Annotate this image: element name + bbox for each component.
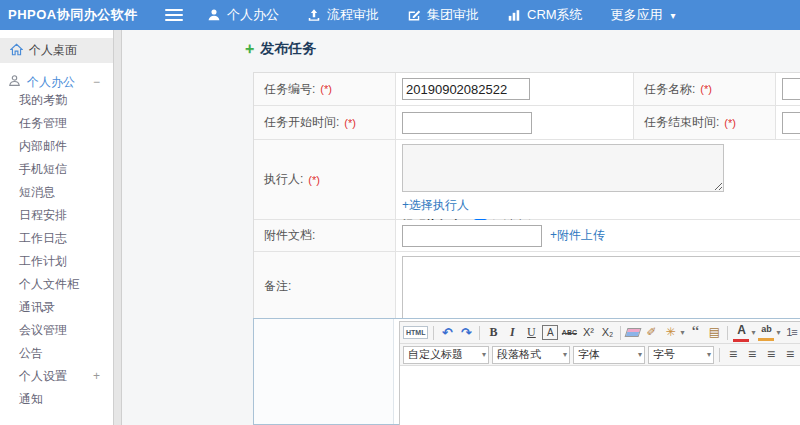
align-right-icon[interactable]: ≡: [763, 346, 779, 363]
expand-icon[interactable]: +: [93, 365, 100, 388]
form-row-attachment: 附件文档: +附件上传: [254, 219, 800, 251]
task-content-editor-cell: HTML ↶ ↷ B I U A ABC X² X₂ ✐ ✳▾ “ ▤ A▾: [394, 319, 800, 424]
caret-down-icon: ▾: [671, 10, 676, 21]
sidebar-item-announcement[interactable]: 公告: [0, 342, 113, 365]
bold-icon[interactable]: B: [485, 324, 501, 341]
nav-more-apps[interactable]: 更多应用 ▾: [611, 6, 676, 24]
topbar: PHPOA协同办公软件 个人办公 流程审批 集团审批 CRM系统 更多应用 ▾: [0, 0, 800, 30]
required-mark: (*): [700, 83, 712, 95]
nav-personal-office[interactable]: 个人办公: [207, 6, 279, 24]
remark-label: 备注:: [254, 252, 396, 321]
sidebar-item-internal-mail[interactable]: 内部邮件: [0, 135, 113, 158]
executor-field-cell: +选择执行人 提醒执行人: 短消息提示: [396, 140, 800, 219]
sidebar-item-meeting-management[interactable]: 会议管理: [0, 319, 113, 342]
task-number-label: 任务编号: (*): [254, 73, 396, 105]
main-nav: 个人办公 流程审批 集团审批 CRM系统 更多应用 ▾: [207, 0, 676, 30]
attachment-upload-link[interactable]: +附件上传: [550, 227, 605, 244]
person-icon: [8, 74, 21, 90]
sidebar-item-label: 个人桌面: [29, 42, 77, 59]
blockquote-icon[interactable]: “: [687, 327, 703, 339]
toolbar-separator: [620, 326, 621, 340]
sidebar-item-attendance[interactable]: 我的考勤: [0, 89, 113, 112]
sidebar-item-contacts[interactable]: 通讯录: [0, 296, 113, 319]
caret-down-icon: ▾: [563, 350, 567, 359]
ordered-list-icon[interactable]: 1≡: [784, 324, 800, 341]
nav-crm-system[interactable]: CRM系统: [507, 6, 583, 24]
required-mark: (*): [724, 117, 736, 129]
person-icon: [207, 8, 221, 22]
home-icon: [10, 43, 23, 59]
highlight-color-icon[interactable]: ab: [758, 324, 774, 341]
sidebar: 个人桌面 个人办公 − 我的考勤 任务管理 内部邮件 手机短信 短消息 日程安排…: [0, 30, 113, 425]
eraser-icon[interactable]: [625, 328, 642, 337]
sidebar-item-schedule[interactable]: 日程安排: [0, 204, 113, 227]
select-executor-link[interactable]: +选择执行人: [402, 197, 469, 214]
task-content-label-cell: [254, 319, 394, 424]
task-name-label: 任务名称: (*): [633, 73, 776, 105]
autotypeset-icon[interactable]: ✳: [662, 324, 678, 341]
align-justify-icon[interactable]: ≡: [782, 346, 798, 363]
strikethrough-icon[interactable]: ABC: [561, 324, 577, 341]
sidebar-item-desktop[interactable]: 个人桌面: [0, 38, 113, 63]
sidebar-section-label: 个人办公: [27, 74, 75, 91]
attachment-input[interactable]: [402, 225, 542, 247]
subscript-icon[interactable]: X₂: [599, 324, 615, 341]
custom-heading-select[interactable]: 自定义标题▾: [403, 346, 489, 364]
form-row-remark: 备注:: [254, 251, 800, 321]
nav-group-approval[interactable]: 集团审批: [407, 6, 479, 24]
caret-down-icon[interactable]: ▾: [776, 328, 780, 337]
remark-field-cell: [396, 252, 800, 321]
font-color-icon[interactable]: A: [733, 324, 749, 342]
nav-label: 集团审批: [427, 6, 479, 24]
sidebar-section-personal-settings[interactable]: 个人设置 +: [0, 365, 113, 388]
superscript-icon[interactable]: X²: [580, 324, 596, 341]
task-number-input[interactable]: [402, 78, 530, 100]
form-row-task-time: 任务开始时间: (*) 任务结束时间: (*): [254, 105, 800, 139]
form-row-task-number: 任务编号: (*) 任务名称: (*): [254, 73, 800, 105]
nav-label: 个人办公: [227, 6, 279, 24]
clear-format-icon[interactable]: ✐: [643, 324, 659, 341]
align-left-icon[interactable]: ≡: [725, 346, 741, 363]
start-time-input[interactable]: [402, 112, 532, 134]
required-mark: (*): [320, 83, 332, 95]
editor-content-area[interactable]: [400, 366, 800, 425]
caret-down-icon: ▾: [707, 350, 711, 359]
app-logo[interactable]: PHPOA协同办公软件: [8, 0, 138, 30]
task-name-input[interactable]: [782, 78, 800, 100]
underline-icon[interactable]: U: [523, 324, 539, 341]
remark-textarea[interactable]: [402, 256, 800, 320]
sidebar-item-task-management[interactable]: 任务管理: [0, 112, 113, 135]
menu-toggle-icon[interactable]: [165, 9, 183, 21]
toolbar-separator: [479, 326, 480, 340]
font-family-select[interactable]: 字体▾: [573, 346, 645, 364]
panel-splitter[interactable]: [113, 30, 122, 425]
end-time-input[interactable]: [782, 112, 800, 134]
caret-down-icon: ▾: [482, 350, 486, 359]
sidebar-item-short-message[interactable]: 短消息: [0, 181, 113, 204]
toolbar-separator: [433, 326, 434, 340]
caret-down-icon[interactable]: ▾: [680, 328, 684, 337]
sidebar-item-file-cabinet[interactable]: 个人文件柜: [0, 273, 113, 296]
paragraph-format-select[interactable]: 段落格式▾: [492, 346, 570, 364]
caret-down-icon[interactable]: ▾: [751, 328, 755, 337]
html-source-button[interactable]: HTML: [403, 326, 428, 339]
publish-task-form: 任务编号: (*) 任务名称: (*) 任务开始时间: (*) 任务结束时间: …: [253, 72, 800, 322]
align-center-icon[interactable]: ≡: [744, 346, 760, 363]
sidebar-item-work-log[interactable]: 工作日志: [0, 227, 113, 250]
collapse-icon[interactable]: −: [93, 75, 100, 89]
page-title-text: 发布任务: [260, 40, 316, 58]
char-border-icon[interactable]: A: [542, 325, 558, 340]
end-time-label: 任务结束时间: (*): [633, 106, 776, 139]
executor-textarea[interactable]: [402, 144, 724, 192]
start-time-label: 任务开始时间: (*): [254, 106, 396, 139]
italic-icon[interactable]: I: [504, 324, 520, 341]
font-size-select[interactable]: 字号▾: [648, 346, 714, 364]
sidebar-item-sms[interactable]: 手机短信: [0, 158, 113, 181]
sidebar-item-notice[interactable]: 通知: [0, 388, 113, 411]
nav-workflow-approval[interactable]: 流程审批: [307, 6, 379, 24]
paste-icon[interactable]: ▤: [706, 324, 722, 341]
undo-icon[interactable]: ↶: [439, 324, 455, 341]
sidebar-item-work-plan[interactable]: 工作计划: [0, 250, 113, 273]
redo-icon[interactable]: ↷: [458, 324, 474, 341]
form-row-executor: 执行人: (*) +选择执行人 提醒执行人: 短消息提示: [254, 139, 800, 219]
